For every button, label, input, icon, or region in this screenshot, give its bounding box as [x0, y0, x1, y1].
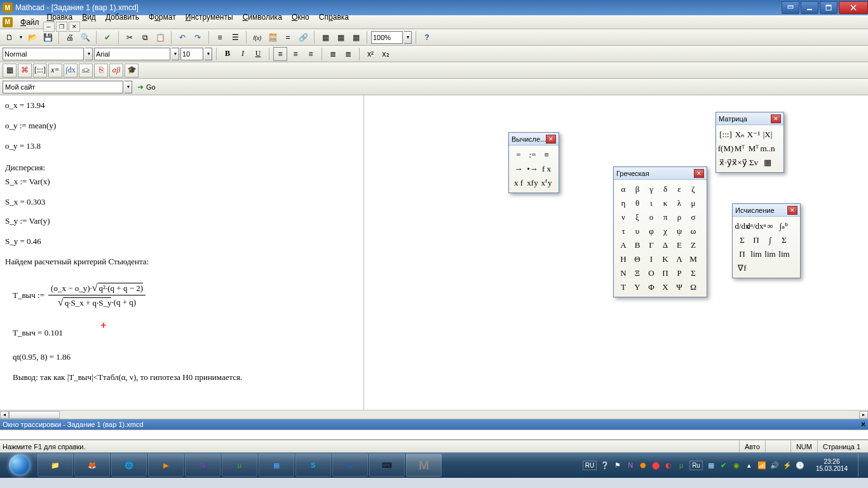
trace-window-body[interactable]: [0, 430, 868, 440]
start-button[interactable]: [3, 453, 37, 477]
menu-window[interactable]: Окно: [288, 11, 313, 23]
style-dropdown[interactable]: ▾: [85, 48, 93, 60]
greek-palette-cell[interactable]: Η: [616, 252, 630, 266]
insert-link-button[interactable]: 🔗: [296, 30, 310, 44]
math-region[interactable]: T_выч = 0.101: [13, 328, 63, 338]
greek-palette-cell[interactable]: Ε: [672, 238, 686, 252]
evaluation-palette-button[interactable]: x=: [48, 64, 62, 78]
palette-close-button[interactable]: ✕: [546, 135, 556, 144]
matrix-palette-cell[interactable]: Mᵀ: [733, 142, 747, 156]
greek-palette-cell[interactable]: χ: [658, 224, 672, 238]
print-preview-button[interactable]: [78, 30, 92, 44]
greek-palette-cell[interactable]: δ: [658, 182, 672, 196]
zoom-select[interactable]: [371, 31, 403, 44]
tray-flag-icon[interactable]: ⚑: [613, 461, 622, 470]
tray-shield-icon[interactable]: ⬣: [639, 461, 648, 470]
greek-palette-cell[interactable]: π: [658, 210, 672, 224]
greek-palette-cell[interactable]: Γ: [644, 238, 658, 252]
greek-palette-cell[interactable]: λ: [672, 196, 686, 210]
text-region[interactable]: Найдем расчетный критерий Стьюдента:: [5, 257, 149, 267]
matrix-palette[interactable]: Матрица ✕ [:::]XₙX⁻¹|X|f(M)MᵀMᵀm..nx⃗·y⃗…: [715, 112, 784, 173]
calculus-palette-cell[interactable]: Π: [749, 233, 763, 247]
evaluation-palette-cell[interactable]: xᶠy: [539, 176, 553, 190]
taskbar-app1[interactable]: ▦: [259, 454, 294, 477]
taskbar-chrome[interactable]: 🌐: [111, 454, 147, 477]
greek-palette-cell[interactable]: ο: [644, 210, 658, 224]
text-region[interactable]: Дисперсия:: [5, 163, 45, 173]
calculus-palette-cell[interactable]: lim: [749, 247, 763, 261]
tray-av-icon[interactable]: ⬤: [651, 461, 660, 470]
greek-palette-cell[interactable]: σ: [686, 210, 700, 224]
trace-window-titlebar[interactable]: Окно трассировки - Задание 1 (вар 1).xmc…: [0, 419, 868, 430]
matrix-palette-cell[interactable]: f(M): [719, 142, 733, 156]
tray-skype-icon[interactable]: ✔: [719, 461, 728, 470]
matrix-palette-cell[interactable]: [:::]: [719, 128, 733, 142]
greek-palette-cell[interactable]: Ω: [686, 280, 700, 294]
calculus-palette-cell[interactable]: Σ: [777, 233, 791, 247]
taskbar-word[interactable]: W: [332, 454, 368, 477]
trace-close-button[interactable]: ×: [861, 420, 865, 429]
matrix-palette-button[interactable]: [:::]: [33, 64, 47, 78]
evaluation-palette[interactable]: Вычисле... ✕ =:=≡→•→f xx fxfyxᶠy: [508, 132, 559, 193]
component2-button[interactable]: ▦: [334, 30, 348, 44]
greek-palette-cell[interactable]: Τ: [616, 280, 630, 294]
calculus-palette-cell[interactable]: [749, 261, 763, 275]
math-region[interactable]: S_x = 0.303: [5, 197, 45, 207]
math-region[interactable]: S_x := Var(x): [5, 177, 50, 187]
bold-button[interactable]: [220, 47, 234, 61]
matrix-palette-cell[interactable]: x⃗·y⃗: [719, 156, 733, 170]
taskbar-utorrent[interactable]: µ: [222, 454, 257, 477]
greek-palette-cell[interactable]: φ: [644, 224, 658, 238]
math-region[interactable]: o_y := mean(y): [5, 121, 56, 131]
taskbar-explorer[interactable]: 📁: [37, 454, 73, 477]
evaluation-palette-cell[interactable]: =: [512, 148, 526, 162]
bullets-button[interactable]: ≣: [326, 47, 340, 61]
greek-palette-cell[interactable]: τ: [616, 224, 630, 238]
evaluation-palette-cell[interactable]: •→: [526, 162, 539, 176]
undo-button[interactable]: [175, 30, 189, 44]
menu-format[interactable]: Формат: [145, 11, 180, 23]
palette-header[interactable]: Вычисле... ✕: [509, 133, 559, 146]
insert-function-button[interactable]: [250, 30, 264, 44]
mdi-doc-icon[interactable]: M: [3, 17, 13, 27]
font-select[interactable]: [94, 48, 170, 60]
align-button[interactable]: ≡: [213, 30, 227, 44]
new-dropdown[interactable]: ▾: [18, 34, 24, 40]
greek-palette-cell[interactable]: ε: [672, 182, 686, 196]
taskbar-firefox[interactable]: 🦊: [74, 454, 110, 477]
greek-palette-cell[interactable]: Ξ: [630, 266, 644, 280]
greek-palette-cell[interactable]: Θ: [630, 252, 644, 266]
menu-help[interactable]: Справка: [315, 11, 353, 23]
align-right-button[interactable]: ≡: [304, 47, 318, 61]
greek-palette-cell[interactable]: Ζ: [686, 238, 700, 252]
insert-unit-button[interactable]: 🧮: [266, 30, 280, 44]
greek-palette-cell[interactable]: Ρ: [672, 266, 686, 280]
calculus-palette-cell[interactable]: dⁿ/dxⁿ: [749, 219, 763, 233]
spellcheck-button[interactable]: [100, 30, 114, 44]
tray-nvidia-icon[interactable]: ◉: [732, 461, 741, 470]
site-select[interactable]: Мой сайт: [3, 81, 123, 93]
style-select[interactable]: [3, 48, 84, 60]
menu-tools[interactable]: Инструменты: [182, 11, 237, 23]
math-region[interactable]: o_x = 13.94: [5, 100, 45, 111]
tray-battery-icon[interactable]: ⚡: [783, 461, 792, 470]
font-dropdown[interactable]: ▾: [172, 48, 179, 60]
matrix-palette-cell[interactable]: Mᵀ: [747, 142, 761, 156]
boolean-palette-button[interactable]: ≤≥: [79, 64, 93, 78]
greek-palette-cell[interactable]: Π: [658, 266, 672, 280]
copy-button[interactable]: [138, 30, 152, 44]
calculus-palette-cell[interactable]: ∫: [763, 233, 777, 247]
palette-header[interactable]: Матрица ✕: [716, 112, 783, 125]
greek-palette-cell[interactable]: θ: [630, 196, 644, 210]
numbering-button[interactable]: ≣: [341, 47, 355, 61]
align2-button[interactable]: ☰: [228, 30, 242, 44]
evaluation-palette-cell[interactable]: xfy: [526, 176, 539, 190]
scroll-left-button[interactable]: ◂: [0, 411, 9, 419]
symbolic-palette-button[interactable]: 🎓: [125, 64, 139, 78]
greek-palette-cell[interactable]: Α: [616, 238, 630, 252]
taskbar-mathcad[interactable]: M: [406, 454, 442, 477]
evaluation-palette-cell[interactable]: ≡: [539, 148, 553, 162]
calculus-palette-cell[interactable]: Σ: [735, 233, 749, 247]
greek-palette-cell[interactable]: Λ: [672, 252, 686, 266]
calculus-palette[interactable]: Исчисление ✕ d/dxdⁿ/dxⁿ∞∫ₐᵇΣΠ∫ΣΠlimlimli…: [732, 203, 801, 278]
